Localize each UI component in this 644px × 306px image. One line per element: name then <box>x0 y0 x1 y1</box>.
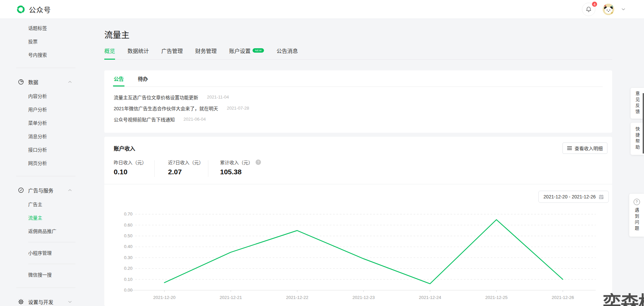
chevron-up-icon <box>68 81 72 83</box>
stat-value: 2.07 <box>168 168 204 176</box>
tab-公告消息[interactable]: 公告消息 <box>276 47 298 60</box>
stat-separator <box>154 160 155 177</box>
notice-date: 2021-07-28 <box>227 106 249 111</box>
new-badge: NEW <box>253 48 264 53</box>
sidebar-item-接口分析[interactable]: 接口分析 <box>0 143 77 157</box>
sidebar-group-广告与服务[interactable]: 广告与服务 <box>0 182 77 198</box>
income-line-series <box>164 220 563 284</box>
sidebar-group-label: 广告与服务 <box>28 187 53 194</box>
page-title: 流量主 <box>104 28 129 40</box>
notice-date: 2021-06-04 <box>183 117 206 122</box>
quick-help-tab[interactable]: 快捷帮助 <box>631 123 644 155</box>
sidebar-group-label: 数据 <box>28 78 38 85</box>
tab-bar: 概览数据统计广告管理财务管理账户设置NEW公告消息 <box>104 47 612 60</box>
sidebar-item-消息分析[interactable]: 消息分析 <box>0 130 77 143</box>
avatar[interactable] <box>603 4 614 15</box>
wechat-mp-logo[interactable]: 公众号 <box>16 4 51 14</box>
stat-2: 近7日收入（元）2.07 <box>168 159 204 176</box>
quick-help-label: 快捷帮助 <box>634 127 641 151</box>
scrollbar-thumb[interactable] <box>643 93 644 154</box>
sidebar-group-label: 设置与开发 <box>28 298 53 305</box>
tab-数据统计[interactable]: 数据统计 <box>127 47 149 60</box>
pie-chart-icon <box>18 79 24 85</box>
sidebar-item-返佣商品推广[interactable]: 返佣商品推广 <box>0 225 77 238</box>
problem-tab[interactable]: 遇到问题 <box>629 194 644 237</box>
sidebar-divider <box>16 176 75 176</box>
notice-list: 流量主互选广告位文章价格设置功能更新2021-11-042021年微信广告生态合… <box>114 87 603 125</box>
sidebar-divider <box>28 264 75 264</box>
tab-概览[interactable]: 概览 <box>104 47 115 60</box>
sidebar-item-用户分析[interactable]: 用户分析 <box>0 103 77 116</box>
sidebar-item-投票[interactable]: 投票 <box>0 35 77 48</box>
view-income-detail-label: 查看收入明细 <box>575 145 603 151</box>
chevron-up-icon <box>68 189 72 191</box>
watermark: 奕森格 <box>603 288 644 306</box>
sidebar: 话题标签投票号内搜索数据内容分析用户分析菜单分析消息分析接口分析网页分析广告与服… <box>0 19 77 306</box>
feedback-tab[interactable]: 意见反馈 <box>631 88 644 119</box>
x-axis-label: 2021-12-24 <box>419 295 441 300</box>
gear-icon <box>18 299 24 305</box>
bell-icon <box>585 6 592 13</box>
sidebar-item-话题标签[interactable]: 话题标签 <box>0 21 77 35</box>
notice-tab-待办[interactable]: 待办 <box>138 75 148 86</box>
tab-财务管理[interactable]: 财务管理 <box>195 47 217 60</box>
notice-item: 流量主互选广告位文章价格设置功能更新2021-11-04 <box>114 91 603 103</box>
income-chart: 0.000.100.200.300.400.500.600.702021-12-… <box>104 197 612 306</box>
sidebar-item-广告主[interactable]: 广告主 <box>0 198 77 211</box>
x-axis-label: 2021-12-22 <box>286 295 309 300</box>
sidebar-item-号内搜索[interactable]: 号内搜索 <box>0 48 77 62</box>
view-income-detail-button[interactable]: 查看收入明细 <box>562 142 607 154</box>
stat-value: 0.10 <box>114 168 147 176</box>
chevron-down-icon <box>68 301 72 303</box>
sidebar-item-小程序管理[interactable]: 小程序管理 <box>0 246 77 260</box>
notice-tab-公告[interactable]: 公告 <box>114 75 124 86</box>
question-circle-icon <box>634 199 640 205</box>
question-circle-icon[interactable] <box>256 160 261 165</box>
chevron-down-icon[interactable] <box>622 8 625 10</box>
sidebar-item-内容分析[interactable]: 内容分析 <box>0 89 77 103</box>
notice-item: 公众号视频前贴广告下线通知2021-06-04 <box>114 114 603 125</box>
income-card: 账户收入 查看收入明细 昨日收入（元）0.10近7日收入（元）2.07累计收入（… <box>104 137 612 306</box>
stat-3: 累计收入（元）105.38 <box>220 159 261 176</box>
sidebar-divider <box>16 68 75 68</box>
income-stats: 昨日收入（元）0.10近7日收入（元）2.07累计收入（元）105.38 <box>104 159 612 180</box>
tab-账户设置[interactable]: 账户设置NEW <box>229 47 264 60</box>
notice-title[interactable]: 2021年微信广告生态合作伙伴大会来了，就在明天 <box>114 105 218 112</box>
problem-label: 遇到问题 <box>634 208 640 232</box>
list-icon <box>567 146 572 150</box>
sidebar-divider <box>28 242 75 242</box>
sidebar-item-流量主[interactable]: 流量主 <box>0 211 77 225</box>
sidebar-group-数据[interactable]: 数据 <box>0 74 77 89</box>
sidebar-divider <box>16 288 75 288</box>
notice-card: 公告待办 流量主互选广告位文章价格设置功能更新2021-11-042021年微信… <box>104 70 612 133</box>
avatar-image <box>603 4 614 15</box>
compass-icon <box>18 187 24 193</box>
tab-广告管理[interactable]: 广告管理 <box>161 47 183 60</box>
stat-label: 累计收入（元） <box>220 159 261 166</box>
notice-item: 2021年微信广告生态合作伙伴大会来了，就在明天2021-07-28 <box>114 103 603 114</box>
wechat-mp-swirl-icon <box>16 5 25 14</box>
stat-value: 105.38 <box>220 168 261 176</box>
y-axis-label: 0.20 <box>124 266 132 271</box>
x-axis-label: 2021-12-23 <box>353 295 375 300</box>
stat-label: 昨日收入（元） <box>114 159 147 166</box>
x-axis-label: 2021-12-21 <box>220 295 242 300</box>
y-axis-label: 0.10 <box>124 277 132 282</box>
sidebar-item-网页分析[interactable]: 网页分析 <box>0 157 77 170</box>
notification-badge: 4 <box>592 1 597 7</box>
notice-date: 2021-11-04 <box>207 95 229 100</box>
top-navbar: 公众号 4 <box>0 0 644 19</box>
income-panel-title: 账户收入 <box>114 144 135 152</box>
sidebar-item-微信搜一搜[interactable]: 微信搜一搜 <box>0 268 77 282</box>
notice-title[interactable]: 流量主互选广告位文章价格设置功能更新 <box>114 94 198 101</box>
y-axis-label: 0.70 <box>124 211 132 217</box>
notification-bell[interactable]: 4 <box>582 3 595 16</box>
sidebar-group-设置与开发[interactable]: 设置与开发 <box>0 294 77 306</box>
y-axis-label: 0.50 <box>124 233 132 238</box>
y-axis-label: 0.60 <box>124 223 132 228</box>
notice-title[interactable]: 公众号视频前贴广告下线通知 <box>114 116 175 123</box>
stat-label: 近7日收入（元） <box>168 159 204 166</box>
section-divider <box>104 184 612 184</box>
sidebar-item-菜单分析[interactable]: 菜单分析 <box>0 116 77 130</box>
logo-text: 公众号 <box>29 4 51 14</box>
